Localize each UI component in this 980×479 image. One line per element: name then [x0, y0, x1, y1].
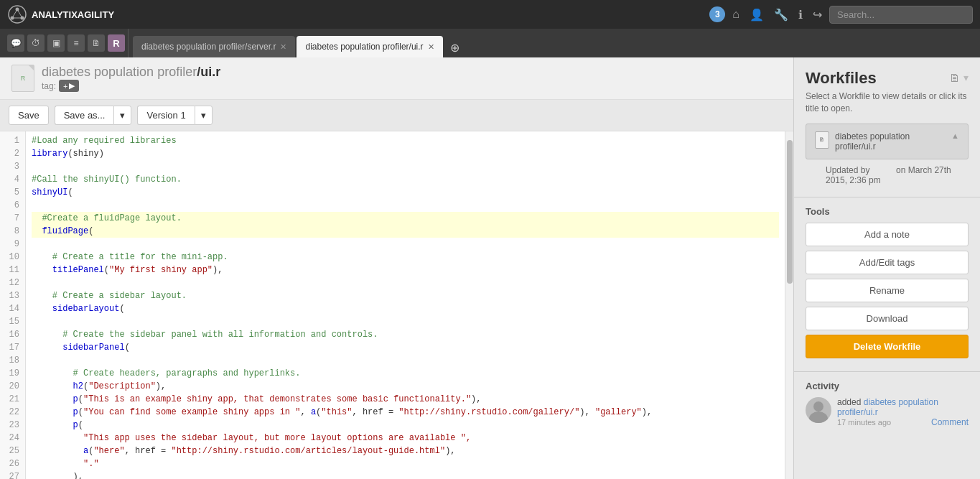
scrollbar-thumb[interactable]	[787, 140, 793, 284]
navbar: ANALYTIXAGILITY 3 ⌂ 👤 🔧 ℹ ↪	[0, 0, 980, 29]
file-title-suffix: /ui.r	[197, 65, 220, 79]
code-line-19: # Create headers, paragraphs and hyperli…	[32, 367, 779, 380]
save-as-dropdown[interactable]: ▾	[113, 106, 131, 125]
workfile-file-icon: 🗎	[815, 131, 829, 149]
tools-title: Tools	[806, 206, 969, 217]
tool-r[interactable]: R	[108, 34, 125, 52]
code-line-2: library(shiny)	[32, 147, 779, 160]
file-header: R diabetes population profiler/ui.r tag:…	[0, 57, 793, 100]
tag-add-btn[interactable]: + ▶	[59, 80, 79, 92]
file-title: diabetes population profiler/ui.r	[42, 65, 220, 80]
main-area: R diabetes population profiler/ui.r tag:…	[0, 57, 980, 479]
code-line-21: p("This is an example shiny app, that de…	[32, 393, 779, 406]
workfile-name[interactable]: diabetes population profiler/ui.r	[835, 131, 946, 152]
file-title-area: diabetes population profiler/ui.r tag: +…	[42, 65, 220, 92]
svg-point-7	[813, 401, 823, 411]
code-line-10: # Create a title for the mini-app.	[32, 251, 779, 264]
version-group: Version 1 ▾	[137, 106, 212, 125]
code-line-24: "This app uses the sidebar layout, but m…	[32, 432, 779, 445]
svg-line-4	[12, 9, 17, 18]
avatar-image	[806, 397, 831, 423]
code-line-18	[32, 354, 779, 367]
tab-add-btn[interactable]: ⊕	[444, 38, 465, 57]
file-tag-area: tag: + ▶	[42, 80, 220, 92]
activity-text: added diabetes population profiler/ui.r …	[837, 397, 969, 427]
search-input[interactable]	[829, 6, 973, 24]
version-button[interactable]: Version 1	[137, 106, 194, 125]
activity-avatar	[806, 397, 831, 423]
logo-icon	[7, 4, 27, 24]
editor-scrollbar[interactable]	[785, 131, 793, 479]
activity-item: added diabetes population profiler/ui.r …	[806, 397, 969, 427]
code-line-12	[32, 276, 779, 289]
activity-title: Activity	[806, 381, 969, 391]
code-line-23: p(	[32, 419, 779, 432]
tab-server-r-close[interactable]: ✕	[280, 42, 286, 52]
code-line-3	[32, 160, 779, 173]
tool-clock[interactable]: ⏱	[27, 34, 45, 52]
sidebar-updated: Updated by on March 27th 2015, 2:36 pm	[806, 165, 969, 185]
code-line-8: fluidPage(	[32, 225, 779, 238]
sidebar-activity: Activity added diabetes population profi…	[794, 372, 980, 479]
sidebar-tools: Tools Add a note Add/Edit tags Rename Do…	[794, 197, 980, 372]
logout-icon[interactable]: ↪	[813, 8, 822, 22]
navbar-icons: ⌂ 👤 🔧 ℹ ↪	[732, 8, 822, 22]
save-button[interactable]: Save	[9, 106, 49, 125]
app-name: ANALYTIXAGILITY	[32, 9, 114, 20]
rename-btn[interactable]: Rename	[806, 279, 969, 302]
sidebar-header-row: Workfiles 🗎 ▾	[806, 69, 969, 90]
workfile-item: 🗎 diabetes population profiler/ui.r ▲	[806, 124, 969, 159]
tab-server-r[interactable]: diabetes population profiler/server.r ✕	[133, 36, 295, 57]
code-line-1: #Load any required libraries	[32, 134, 779, 147]
activity-comment-btn[interactable]: Comment	[931, 417, 969, 427]
tab-server-r-label: diabetes population profiler/server.r	[141, 42, 276, 52]
save-as-group: Save as... ▾	[55, 106, 132, 125]
code-line-16: # Create the sidebar panel with all info…	[32, 328, 779, 341]
activity-time: 17 minutes ago	[837, 418, 891, 427]
home-icon[interactable]: ⌂	[732, 8, 739, 21]
code-line-27: ),	[32, 470, 779, 479]
code-line-22: p("You can find some example shiny apps …	[32, 406, 779, 419]
workfiles-subtitle: Select a Workfile to view details or cli…	[806, 90, 969, 115]
sidebar-header-icons: 🗎 ▾	[949, 72, 969, 85]
editor-toolbar: Save Save as... ▾ Version 1 ▾	[0, 100, 793, 131]
workfiles-title: Workfiles	[806, 69, 877, 88]
code-content[interactable]: #Load any required librarieslibrary(shin…	[26, 131, 785, 479]
code-line-9	[32, 238, 779, 251]
code-line-15	[32, 315, 779, 328]
user-icon[interactable]: 👤	[750, 8, 764, 22]
code-line-20: h2("Description"),	[32, 380, 779, 393]
settings-icon[interactable]: 🔧	[774, 8, 788, 22]
tab-ui-r-label: diabetes population profiler/ui.r	[305, 42, 423, 52]
download-btn[interactable]: Download	[806, 307, 969, 330]
file-icon: R	[11, 65, 34, 92]
workfile-version: ▲	[951, 131, 959, 140]
delete-workfile-btn[interactable]: Delete Workfile	[806, 335, 969, 358]
tab-ui-r-close[interactable]: ✕	[428, 42, 434, 52]
code-line-4: #Call the shinyUI() function.	[32, 173, 779, 186]
workfiles-info-icon: ▾	[963, 72, 969, 85]
code-line-13: # Create a sidebar layout.	[32, 289, 779, 302]
tool-grid[interactable]: ▣	[47, 34, 65, 52]
tabbar-tools: 💬 ⏱ ▣ ≡ 🗎 R	[4, 29, 129, 57]
app-logo: ANALYTIXAGILITY	[7, 4, 114, 24]
add-edit-tags-btn[interactable]: Add/Edit tags	[806, 251, 969, 274]
svg-point-8	[809, 411, 828, 423]
file-title-prefix: diabetes population profiler	[42, 65, 197, 79]
code-line-17: sidebarPanel(	[32, 341, 779, 354]
updated-by-user	[872, 165, 896, 175]
info-icon[interactable]: ℹ	[798, 8, 803, 22]
svg-line-5	[17, 9, 22, 18]
code-line-5: shinyUI(	[32, 186, 779, 199]
updated-by-label: Updated by	[826, 165, 869, 175]
save-as-button[interactable]: Save as...	[55, 106, 114, 125]
tool-doc[interactable]: 🗎	[88, 34, 105, 52]
add-note-btn[interactable]: Add a note	[806, 223, 969, 246]
tool-chat[interactable]: 💬	[7, 34, 24, 52]
tool-list[interactable]: ≡	[67, 34, 85, 52]
version-dropdown[interactable]: ▾	[195, 106, 213, 125]
code-line-6	[32, 199, 779, 212]
tab-ui-r[interactable]: diabetes population profiler/ui.r ✕	[297, 36, 442, 57]
notification-badge[interactable]: 3	[709, 6, 725, 22]
workfiles-doc-icon: 🗎	[949, 72, 961, 85]
